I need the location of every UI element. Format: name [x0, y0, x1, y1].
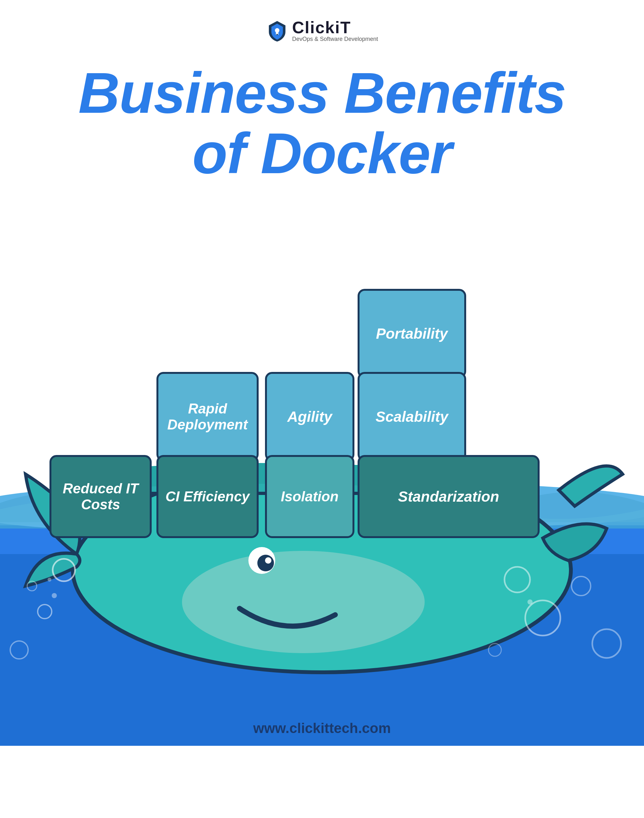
title-line1: Business Benefits: [26, 63, 618, 123]
footer-url: www.clickittech.com: [253, 720, 391, 736]
box-agility: Agility: [265, 372, 354, 461]
box-ci-efficiency: CI Efficiency: [156, 455, 259, 538]
main-title: Business Benefits of Docker: [0, 50, 644, 203]
box-standarization-label: Standarization: [398, 488, 499, 505]
svg-point-14: [258, 555, 274, 571]
box-reduced-it-costs: Reduced IT Costs: [49, 455, 152, 538]
svg-point-15: [265, 557, 271, 564]
logo-text: ClickiT DevOps & Software Development: [292, 19, 378, 43]
box-isolation: Isolation: [265, 455, 354, 538]
box-isolation-label: Isolation: [281, 489, 339, 504]
box-rapid-deployment-label: Rapid Deployment: [165, 401, 250, 433]
svg-rect-2: [276, 34, 278, 35]
box-portability-label: Portability: [376, 325, 448, 342]
clickit-logo-icon: [266, 20, 288, 42]
brand-name: ClickiT: [292, 19, 351, 36]
svg-point-27: [52, 593, 57, 598]
svg-point-12: [182, 551, 425, 653]
website-url: www.clickittech.com: [253, 720, 391, 736]
box-ci-efficiency-label: CI Efficiency: [166, 489, 249, 504]
title-line2: of Docker: [26, 123, 618, 183]
box-reduced-it-costs-label: Reduced IT Costs: [58, 481, 143, 512]
box-portability: Portability: [357, 289, 466, 378]
header: ClickiT DevOps & Software Development: [0, 0, 644, 50]
svg-point-28: [48, 578, 51, 581]
box-rapid-deployment: Rapid Deployment: [156, 372, 259, 461]
svg-point-29: [527, 600, 532, 604]
brand-subtitle: DevOps & Software Development: [292, 36, 378, 43]
illustration-area: Portability Rapid Deployment Agility Sca…: [0, 203, 644, 746]
box-scalability: Scalability: [357, 372, 466, 461]
box-agility-label: Agility: [287, 408, 333, 425]
box-standarization: Standarization: [357, 455, 540, 538]
logo: ClickiT DevOps & Software Development: [266, 19, 378, 43]
box-scalability-label: Scalability: [376, 408, 448, 425]
